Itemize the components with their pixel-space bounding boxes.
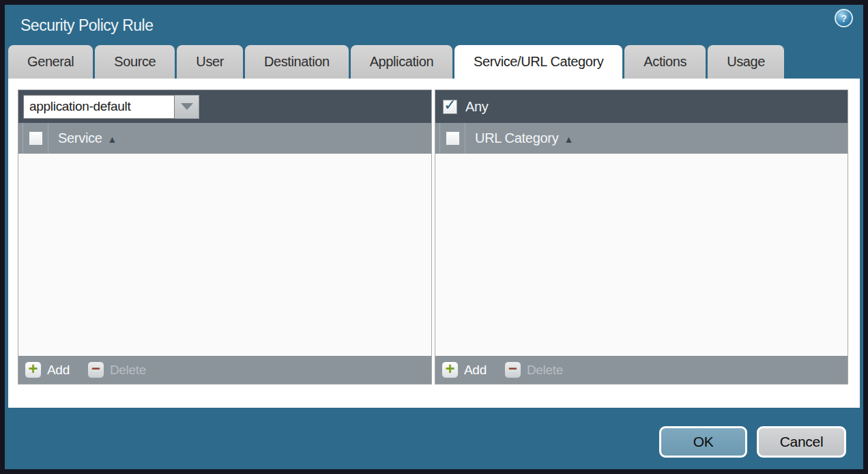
help-icon[interactable]: ? xyxy=(835,9,853,27)
any-row: ✓ Any xyxy=(440,99,489,115)
url-category-column-header[interactable]: URL Category xyxy=(475,130,558,146)
delete-url-category-button: − Delete xyxy=(504,361,563,378)
ok-button[interactable]: OK xyxy=(659,426,747,458)
url-category-select-all-checkbox[interactable] xyxy=(446,131,460,145)
sort-ascending-icon[interactable]: ▲ xyxy=(564,133,573,145)
delete-icon: − xyxy=(87,361,104,378)
delete-service-button: − Delete xyxy=(87,361,146,378)
delete-icon: − xyxy=(504,361,521,378)
url-category-table-body[interactable] xyxy=(435,154,848,356)
delete-url-category-label: Delete xyxy=(527,363,563,378)
sort-ascending-icon[interactable]: ▲ xyxy=(108,133,117,145)
service-type-dropdown-button[interactable] xyxy=(175,95,199,119)
tab-user[interactable]: User xyxy=(177,45,243,79)
service-column-header[interactable]: Service xyxy=(58,130,102,146)
service-panel-topbar xyxy=(18,90,431,123)
checkmark-icon: ✓ xyxy=(444,98,456,113)
dialog-title: Security Policy Rule xyxy=(5,15,154,35)
service-type-dropdown[interactable] xyxy=(23,95,199,119)
plus-glyph: + xyxy=(28,361,38,377)
tab-service-url-category[interactable]: Service/URL Category xyxy=(454,45,622,79)
service-table-body[interactable] xyxy=(18,154,431,356)
url-category-panel: ✓ Any URL Category ▲ + Add xyxy=(435,89,848,385)
cancel-button[interactable]: Cancel xyxy=(757,426,846,458)
security-policy-rule-dialog: Security Policy Rule ? General Source Us… xyxy=(0,0,868,474)
add-icon: + xyxy=(25,361,42,378)
tab-actions[interactable]: Actions xyxy=(624,45,706,79)
add-url-category-button[interactable]: + Add xyxy=(442,361,487,378)
service-panel-footer: + Add − Delete xyxy=(18,356,431,384)
chevron-down-icon xyxy=(181,103,193,110)
tab-destination[interactable]: Destination xyxy=(245,45,349,79)
service-select-all-cell xyxy=(23,123,48,154)
service-select-all-checkbox[interactable] xyxy=(29,131,43,145)
add-icon: + xyxy=(442,361,459,378)
service-type-input[interactable] xyxy=(23,95,175,119)
tab-source[interactable]: Source xyxy=(95,45,175,79)
tab-usage[interactable]: Usage xyxy=(708,45,784,79)
plus-glyph: + xyxy=(445,361,454,377)
tab-bar: General Source User Destination Applicat… xyxy=(5,45,863,79)
minus-glyph: − xyxy=(508,361,517,376)
dialog-footer: OK Cancel xyxy=(659,426,846,458)
tab-application[interactable]: Application xyxy=(351,45,452,79)
tab-general[interactable]: General xyxy=(8,45,93,79)
tab-content: Service ▲ + Add − Delete xyxy=(8,79,860,408)
url-category-panel-footer: + Add − Delete xyxy=(435,356,848,384)
url-category-table-header: URL Category ▲ xyxy=(435,123,848,154)
delete-service-label: Delete xyxy=(110,363,146,378)
add-service-label: Add xyxy=(47,363,70,378)
url-category-select-all-cell xyxy=(439,123,465,154)
minus-glyph: − xyxy=(91,361,100,376)
any-label: Any xyxy=(465,99,489,115)
add-service-button[interactable]: + Add xyxy=(25,361,70,378)
any-checkbox[interactable]: ✓ xyxy=(443,100,457,114)
service-panel: Service ▲ + Add − Delete xyxy=(18,89,432,385)
add-url-category-label: Add xyxy=(464,363,487,378)
title-bar: Security Policy Rule ? xyxy=(5,5,863,45)
url-category-panel-topbar: ✓ Any xyxy=(435,90,848,123)
service-table-header: Service ▲ xyxy=(18,123,431,154)
help-icon-glyph: ? xyxy=(841,13,847,23)
